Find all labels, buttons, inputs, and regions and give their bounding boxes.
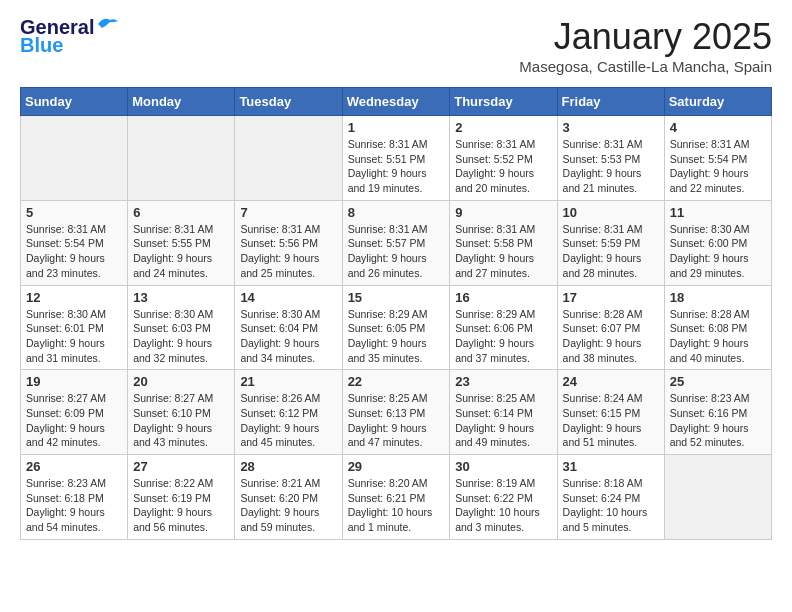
day-number: 20: [133, 374, 229, 389]
day-info: Sunrise: 8:18 AM Sunset: 6:24 PM Dayligh…: [563, 476, 659, 535]
calendar-cell: 15Sunrise: 8:29 AM Sunset: 6:05 PM Dayli…: [342, 285, 450, 370]
day-info: Sunrise: 8:23 AM Sunset: 6:16 PM Dayligh…: [670, 391, 766, 450]
header: General Blue January 2025 Masegosa, Cast…: [20, 16, 772, 75]
calendar-cell: 9Sunrise: 8:31 AM Sunset: 5:58 PM Daylig…: [450, 200, 557, 285]
calendar-week-row: 26Sunrise: 8:23 AM Sunset: 6:18 PM Dayli…: [21, 455, 772, 540]
day-number: 12: [26, 290, 122, 305]
day-info: Sunrise: 8:31 AM Sunset: 5:59 PM Dayligh…: [563, 222, 659, 281]
day-info: Sunrise: 8:30 AM Sunset: 6:04 PM Dayligh…: [240, 307, 336, 366]
th-tuesday: Tuesday: [235, 88, 342, 116]
day-number: 2: [455, 120, 551, 135]
day-info: Sunrise: 8:25 AM Sunset: 6:13 PM Dayligh…: [348, 391, 445, 450]
calendar-cell: 21Sunrise: 8:26 AM Sunset: 6:12 PM Dayli…: [235, 370, 342, 455]
th-sunday: Sunday: [21, 88, 128, 116]
day-number: 25: [670, 374, 766, 389]
th-thursday: Thursday: [450, 88, 557, 116]
calendar-cell: 31Sunrise: 8:18 AM Sunset: 6:24 PM Dayli…: [557, 455, 664, 540]
th-monday: Monday: [128, 88, 235, 116]
page: General Blue January 2025 Masegosa, Cast…: [0, 0, 792, 556]
day-number: 27: [133, 459, 229, 474]
day-number: 4: [670, 120, 766, 135]
day-number: 19: [26, 374, 122, 389]
calendar-week-row: 19Sunrise: 8:27 AM Sunset: 6:09 PM Dayli…: [21, 370, 772, 455]
day-info: Sunrise: 8:31 AM Sunset: 5:53 PM Dayligh…: [563, 137, 659, 196]
day-number: 15: [348, 290, 445, 305]
calendar-cell: 22Sunrise: 8:25 AM Sunset: 6:13 PM Dayli…: [342, 370, 450, 455]
day-number: 29: [348, 459, 445, 474]
day-number: 26: [26, 459, 122, 474]
day-info: Sunrise: 8:22 AM Sunset: 6:19 PM Dayligh…: [133, 476, 229, 535]
calendar-cell: 28Sunrise: 8:21 AM Sunset: 6:20 PM Dayli…: [235, 455, 342, 540]
day-info: Sunrise: 8:19 AM Sunset: 6:22 PM Dayligh…: [455, 476, 551, 535]
day-number: 6: [133, 205, 229, 220]
calendar-cell: 16Sunrise: 8:29 AM Sunset: 6:06 PM Dayli…: [450, 285, 557, 370]
calendar: Sunday Monday Tuesday Wednesday Thursday…: [20, 87, 772, 540]
day-number: 30: [455, 459, 551, 474]
logo-bird-icon: [96, 16, 120, 34]
day-number: 9: [455, 205, 551, 220]
calendar-cell: 13Sunrise: 8:30 AM Sunset: 6:03 PM Dayli…: [128, 285, 235, 370]
calendar-cell: 30Sunrise: 8:19 AM Sunset: 6:22 PM Dayli…: [450, 455, 557, 540]
calendar-cell: 27Sunrise: 8:22 AM Sunset: 6:19 PM Dayli…: [128, 455, 235, 540]
calendar-week-row: 5Sunrise: 8:31 AM Sunset: 5:54 PM Daylig…: [21, 200, 772, 285]
calendar-cell: 12Sunrise: 8:30 AM Sunset: 6:01 PM Dayli…: [21, 285, 128, 370]
calendar-cell: [128, 116, 235, 201]
day-number: 5: [26, 205, 122, 220]
day-info: Sunrise: 8:31 AM Sunset: 5:57 PM Dayligh…: [348, 222, 445, 281]
day-number: 28: [240, 459, 336, 474]
day-number: 16: [455, 290, 551, 305]
day-info: Sunrise: 8:31 AM Sunset: 5:51 PM Dayligh…: [348, 137, 445, 196]
location: Masegosa, Castille-La Mancha, Spain: [519, 58, 772, 75]
calendar-cell: 23Sunrise: 8:25 AM Sunset: 6:14 PM Dayli…: [450, 370, 557, 455]
title-block: January 2025 Masegosa, Castille-La Manch…: [519, 16, 772, 75]
day-info: Sunrise: 8:21 AM Sunset: 6:20 PM Dayligh…: [240, 476, 336, 535]
calendar-cell: 7Sunrise: 8:31 AM Sunset: 5:56 PM Daylig…: [235, 200, 342, 285]
day-info: Sunrise: 8:26 AM Sunset: 6:12 PM Dayligh…: [240, 391, 336, 450]
day-number: 1: [348, 120, 445, 135]
calendar-cell: 29Sunrise: 8:20 AM Sunset: 6:21 PM Dayli…: [342, 455, 450, 540]
calendar-cell: 10Sunrise: 8:31 AM Sunset: 5:59 PM Dayli…: [557, 200, 664, 285]
calendar-cell: 26Sunrise: 8:23 AM Sunset: 6:18 PM Dayli…: [21, 455, 128, 540]
day-number: 14: [240, 290, 336, 305]
day-info: Sunrise: 8:20 AM Sunset: 6:21 PM Dayligh…: [348, 476, 445, 535]
day-info: Sunrise: 8:31 AM Sunset: 5:52 PM Dayligh…: [455, 137, 551, 196]
day-info: Sunrise: 8:29 AM Sunset: 6:05 PM Dayligh…: [348, 307, 445, 366]
month-title: January 2025: [519, 16, 772, 58]
calendar-cell: 11Sunrise: 8:30 AM Sunset: 6:00 PM Dayli…: [664, 200, 771, 285]
day-number: 3: [563, 120, 659, 135]
day-number: 31: [563, 459, 659, 474]
day-info: Sunrise: 8:31 AM Sunset: 5:56 PM Dayligh…: [240, 222, 336, 281]
day-info: Sunrise: 8:31 AM Sunset: 5:55 PM Dayligh…: [133, 222, 229, 281]
calendar-cell: 5Sunrise: 8:31 AM Sunset: 5:54 PM Daylig…: [21, 200, 128, 285]
calendar-cell: [21, 116, 128, 201]
day-info: Sunrise: 8:24 AM Sunset: 6:15 PM Dayligh…: [563, 391, 659, 450]
day-info: Sunrise: 8:31 AM Sunset: 5:54 PM Dayligh…: [670, 137, 766, 196]
th-wednesday: Wednesday: [342, 88, 450, 116]
calendar-cell: 2Sunrise: 8:31 AM Sunset: 5:52 PM Daylig…: [450, 116, 557, 201]
day-info: Sunrise: 8:23 AM Sunset: 6:18 PM Dayligh…: [26, 476, 122, 535]
calendar-cell: 25Sunrise: 8:23 AM Sunset: 6:16 PM Dayli…: [664, 370, 771, 455]
day-info: Sunrise: 8:25 AM Sunset: 6:14 PM Dayligh…: [455, 391, 551, 450]
day-number: 23: [455, 374, 551, 389]
day-number: 24: [563, 374, 659, 389]
calendar-cell: 1Sunrise: 8:31 AM Sunset: 5:51 PM Daylig…: [342, 116, 450, 201]
day-number: 21: [240, 374, 336, 389]
calendar-cell: 14Sunrise: 8:30 AM Sunset: 6:04 PM Dayli…: [235, 285, 342, 370]
day-info: Sunrise: 8:30 AM Sunset: 6:01 PM Dayligh…: [26, 307, 122, 366]
calendar-cell: 6Sunrise: 8:31 AM Sunset: 5:55 PM Daylig…: [128, 200, 235, 285]
day-info: Sunrise: 8:31 AM Sunset: 5:54 PM Dayligh…: [26, 222, 122, 281]
calendar-cell: [664, 455, 771, 540]
day-number: 22: [348, 374, 445, 389]
day-info: Sunrise: 8:31 AM Sunset: 5:58 PM Dayligh…: [455, 222, 551, 281]
day-info: Sunrise: 8:29 AM Sunset: 6:06 PM Dayligh…: [455, 307, 551, 366]
day-info: Sunrise: 8:27 AM Sunset: 6:09 PM Dayligh…: [26, 391, 122, 450]
day-info: Sunrise: 8:28 AM Sunset: 6:08 PM Dayligh…: [670, 307, 766, 366]
th-saturday: Saturday: [664, 88, 771, 116]
day-number: 8: [348, 205, 445, 220]
day-info: Sunrise: 8:30 AM Sunset: 6:03 PM Dayligh…: [133, 307, 229, 366]
calendar-cell: 4Sunrise: 8:31 AM Sunset: 5:54 PM Daylig…: [664, 116, 771, 201]
calendar-cell: [235, 116, 342, 201]
weekday-header-row: Sunday Monday Tuesday Wednesday Thursday…: [21, 88, 772, 116]
day-number: 11: [670, 205, 766, 220]
day-number: 18: [670, 290, 766, 305]
